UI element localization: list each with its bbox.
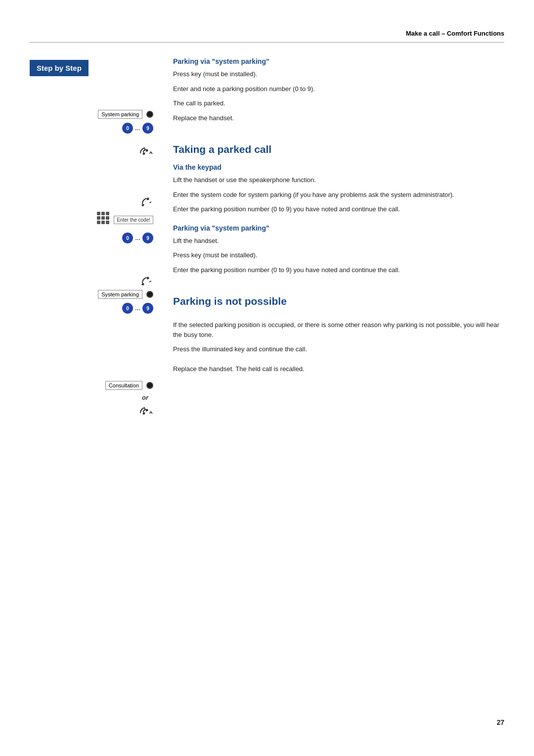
- taking-parked-title: Taking a parked call: [173, 143, 504, 155]
- lift-handset-svg-2: [139, 275, 153, 286]
- system-parking-key-2: System parking: [30, 290, 158, 299]
- page-number: 27: [496, 718, 504, 726]
- spacer9: [30, 345, 158, 359]
- enter-code-label: Enter the code!: [114, 216, 153, 224]
- replace-handset-icon-2: [30, 405, 158, 416]
- keypad-enter-code-row: Enter the code!: [30, 211, 158, 229]
- content-spacer5: [173, 359, 504, 364]
- spacer4: [30, 188, 158, 196]
- svg-rect-5: [106, 216, 109, 220]
- content-area: Step by Step System parking 0 … 9: [30, 57, 504, 420]
- led-indicator-2: [146, 291, 153, 298]
- content-spacer4: [173, 315, 504, 320]
- spacer5: [30, 247, 158, 261]
- svg-rect-3: [97, 216, 100, 220]
- key-0-2: 0: [122, 233, 133, 243]
- led-indicator-1: [146, 111, 153, 118]
- svg-rect-6: [97, 221, 100, 224]
- parking-system-title: Parking via "system parking": [173, 57, 504, 65]
- lift-handset-svg-1: [139, 196, 153, 207]
- via-keypad-step-3: Enter the parking position number (0 to …: [173, 204, 504, 214]
- spacer3: [30, 174, 158, 188]
- not-possible-title: Parking is not possible: [173, 295, 504, 307]
- via-keypad-step-2: Enter the system code for system parking…: [173, 190, 504, 200]
- or-separator: or: [30, 394, 158, 401]
- svg-rect-7: [101, 221, 105, 224]
- num-range-1: 0 … 9: [30, 123, 158, 134]
- content-spacer2: [173, 219, 504, 224]
- system-parking-label-2: System parking: [98, 290, 142, 299]
- num-range-3: 0 … 9: [30, 303, 158, 314]
- content-spacer3: [173, 280, 504, 290]
- key-0-3: 0: [122, 303, 133, 314]
- step-by-step-label: Step by Step: [30, 60, 89, 76]
- key-9-3: 9: [142, 303, 153, 314]
- svg-rect-1: [101, 212, 105, 215]
- system-parking-key-1: System parking: [30, 110, 158, 119]
- header-title: Make a call – Comfort Functions: [406, 30, 504, 37]
- spacer2: [30, 160, 158, 174]
- spacer6: [30, 261, 158, 275]
- system-parking-label-1: System parking: [98, 110, 142, 119]
- led-indicator-3: [146, 382, 153, 389]
- key-9-2: 9: [142, 233, 153, 243]
- page-header: Make a call – Comfort Functions: [30, 30, 504, 37]
- spacer7: [30, 318, 158, 331]
- parking-step-2-desc: Enter and note a parking position number…: [173, 84, 504, 94]
- not-possible-step-2: Replace the handset. The held call is re…: [173, 364, 504, 374]
- left-sidebar: Step by Step System parking 0 … 9: [30, 57, 158, 420]
- svg-rect-8: [106, 221, 109, 224]
- parking-system-2-subtitle: Parking via "system parking": [173, 224, 504, 232]
- svg-rect-0: [97, 212, 100, 215]
- via-keypad-subtitle: Via the keypad: [173, 163, 504, 171]
- spacer8: [30, 331, 158, 345]
- parking-system-2-step-1: Lift the handset.: [173, 236, 504, 246]
- content-spacer1: [173, 128, 504, 139]
- parking-step-1-desc: Press key (must be installed).: [173, 69, 504, 79]
- right-content: Parking via "system parking" Press key (…: [158, 57, 504, 420]
- consultation-key: Consultation: [30, 381, 158, 390]
- spacer11: [30, 373, 158, 381]
- spacer: [30, 138, 158, 145]
- svg-rect-4: [101, 216, 105, 220]
- svg-rect-2: [106, 212, 109, 215]
- num-range-2: 0 … 9: [30, 233, 158, 243]
- consultation-label: Consultation: [105, 381, 142, 390]
- parking-system-2-step-2: Press key (must be installed).: [173, 250, 504, 260]
- key-0-1: 0: [122, 123, 133, 134]
- replace-handset-icon-1: [30, 145, 158, 156]
- key-9-1: 9: [142, 123, 153, 134]
- replace-handset-svg-2: [138, 405, 153, 416]
- parking-step-3-desc: The call is parked.: [173, 98, 504, 108]
- spacer10: [30, 359, 158, 373]
- not-possible-step-1: Press the illuminated key and continue t…: [173, 344, 504, 354]
- via-keypad-step-1: Lift the handset or use the speakerphone…: [173, 175, 504, 185]
- keypad-icon: [96, 211, 111, 228]
- page: Make a call – Comfort Functions Step by …: [0, 0, 534, 756]
- lift-handset-icon-2: [30, 275, 158, 286]
- parking-step-4-desc: Replace the handset.: [173, 113, 504, 123]
- lift-handset-icon-1: [30, 196, 158, 207]
- not-possible-desc: If the selected parking position is occu…: [173, 320, 504, 339]
- header-divider: [30, 42, 504, 43]
- replace-handset-svg-1: [138, 145, 153, 156]
- parking-system-2-step-3: Enter the parking position number (0 to …: [173, 265, 504, 275]
